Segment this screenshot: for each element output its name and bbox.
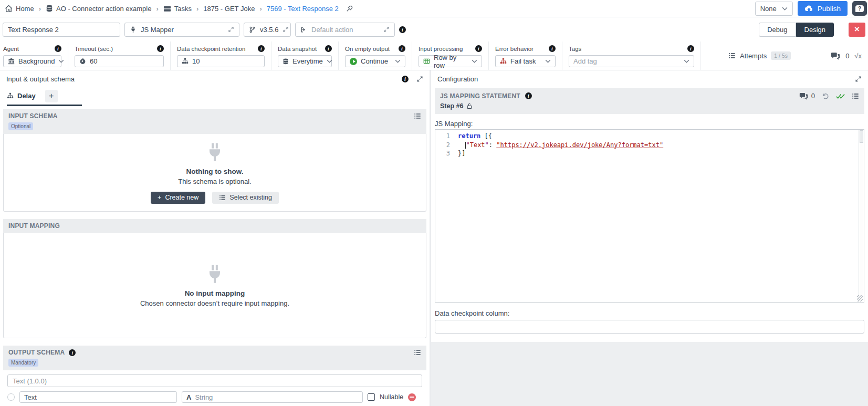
setting-tags: Tagsi Add tag <box>562 41 701 70</box>
mode-toggle: Debug Design <box>759 23 834 37</box>
code-text: }] <box>458 150 465 157</box>
error-behavior-select[interactable]: Fail task <box>495 55 556 67</box>
resize-grip[interactable] <box>857 295 863 301</box>
tab-delay[interactable]: Delay <box>7 92 36 100</box>
info-icon[interactable]: i <box>402 76 409 82</box>
error-behavior-label: Error behavior <box>495 46 534 52</box>
timeout-input-wrap <box>75 55 164 67</box>
select-existing-button[interactable]: Select existing <box>212 192 279 204</box>
scrollbar-thumb[interactable] <box>860 130 863 143</box>
breadcrumb-tasks[interactable]: Tasks <box>174 5 192 13</box>
expand-icon[interactable] <box>416 76 423 82</box>
chevron-down-icon <box>395 59 401 63</box>
info-icon[interactable]: i <box>687 45 694 52</box>
schema-name-field[interactable]: Text (1.0.0) <box>7 374 422 387</box>
create-new-button[interactable]: + Create new <box>151 192 205 204</box>
editor-scrollbar[interactable] <box>859 130 864 302</box>
retention-input[interactable] <box>192 57 260 65</box>
tags-placeholder: Add tag <box>573 57 597 65</box>
breadcrumb-home[interactable]: Home <box>16 5 34 13</box>
on-empty-select[interactable]: Continue <box>345 55 405 67</box>
title-bar: JS Mapper v3.5.6 Default action i Debug … <box>0 17 868 41</box>
setting-snapshot: Data snapshoti Everytime <box>271 41 339 70</box>
timer-icon <box>79 58 86 65</box>
design-button[interactable]: Design <box>796 23 834 37</box>
info-icon[interactable]: i <box>399 26 406 33</box>
list-icon[interactable] <box>852 92 859 100</box>
attempts-label: Attempts <box>740 52 767 60</box>
info-icon[interactable]: i <box>475 45 482 52</box>
breadcrumb-subtask[interactable]: 7569 - Text Response 2 <box>267 5 339 13</box>
expand-icon[interactable] <box>383 26 390 33</box>
line-number: 2 <box>435 141 450 150</box>
close-button[interactable]: × <box>849 23 865 37</box>
timeout-input[interactable] <box>90 57 159 65</box>
breadcrumb-separator: › <box>259 5 262 13</box>
debug-button[interactable]: Debug <box>759 23 796 37</box>
step-label: Step #6 <box>440 102 463 110</box>
empty-caption: This schema is optional. <box>178 178 251 185</box>
double-check-icon[interactable] <box>836 93 845 99</box>
list-icon <box>728 52 736 59</box>
formula-icon[interactable]: √x <box>854 52 862 60</box>
nullable-checkbox[interactable] <box>368 393 375 401</box>
output-field-row: Text A String Nullable <box>7 391 422 403</box>
plus-icon: + <box>158 194 161 201</box>
comments-icon <box>799 92 808 100</box>
comments-count: 0 <box>845 52 849 60</box>
undo-icon[interactable] <box>822 92 829 100</box>
attempts-badge: 1 / 5s <box>771 51 791 60</box>
database-icon <box>283 58 289 65</box>
info-icon[interactable]: i <box>258 45 265 52</box>
info-icon[interactable]: i <box>157 45 164 52</box>
info-icon[interactable]: i <box>69 349 76 356</box>
field-name-input[interactable]: Text <box>19 391 177 403</box>
agent-select[interactable]: Background <box>3 55 61 67</box>
info-icon[interactable]: i <box>549 45 556 52</box>
add-tab-button[interactable]: + <box>45 90 58 102</box>
snapshot-label: Data snapshot <box>278 46 317 52</box>
tasks-icon <box>163 5 171 13</box>
expand-icon[interactable] <box>283 26 289 33</box>
home-icon <box>5 5 13 13</box>
empty-title: No input mapping <box>185 289 245 297</box>
tags-select[interactable]: Add tag <box>569 55 694 67</box>
info-icon[interactable]: i <box>55 45 61 52</box>
breadcrumb-project[interactable]: AO - Connector action example <box>56 5 151 13</box>
attempts-button[interactable]: Attempts 1 / 5s <box>728 51 791 60</box>
editor-code[interactable]: return [{ "Text": "https://v2.jokeapi.de… <box>454 130 864 302</box>
js-mapping-editor[interactable]: 1 2 3 return [{ "Text": "https://v2.joke… <box>435 129 864 303</box>
pin-icon[interactable] <box>346 5 353 12</box>
breadcrumb-task[interactable]: 1875 - GET Joke <box>203 5 255 13</box>
default-action-select[interactable]: Default action <box>295 23 395 37</box>
comments-icon[interactable] <box>831 52 840 60</box>
field-type-select[interactable]: A String <box>182 391 363 403</box>
connector-select[interactable]: JS Mapper <box>124 23 239 37</box>
version-select[interactable]: v3.5.6 <box>244 23 291 37</box>
field-radio[interactable] <box>7 393 15 401</box>
task-name-input[interactable] <box>3 23 120 37</box>
statement-comments-button[interactable]: 0 <box>799 92 815 100</box>
publish-button[interactable]: Publish <box>798 1 848 16</box>
agent-label: Agent <box>3 46 19 52</box>
breadcrumb-bar: Home › AO - Connector action example › T… <box>0 0 868 17</box>
info-icon[interactable]: i <box>325 45 332 52</box>
help-button[interactable]: ? <box>852 1 867 16</box>
list-icon[interactable] <box>414 112 421 120</box>
snapshot-select[interactable]: Everytime <box>278 55 332 67</box>
expand-icon[interactable] <box>228 26 234 33</box>
retention-label: Data checkpoint retention <box>177 46 245 52</box>
chevron-down-icon <box>782 7 788 11</box>
input-schema-title: INPUT SCHEMA <box>8 112 58 120</box>
code-indent <box>458 141 465 149</box>
info-icon[interactable]: i <box>525 92 532 99</box>
lock-open-icon[interactable] <box>466 103 473 109</box>
expand-icon[interactable] <box>855 76 862 82</box>
checkpoint-column-input[interactable] <box>435 320 864 334</box>
processing-select[interactable]: Row by row <box>419 55 482 67</box>
setting-retention: Data checkpoint retentioni <box>171 41 271 70</box>
environment-select[interactable]: None <box>755 2 793 16</box>
list-icon[interactable] <box>414 349 421 356</box>
info-icon[interactable]: i <box>399 45 405 52</box>
remove-field-icon[interactable] <box>408 393 416 401</box>
